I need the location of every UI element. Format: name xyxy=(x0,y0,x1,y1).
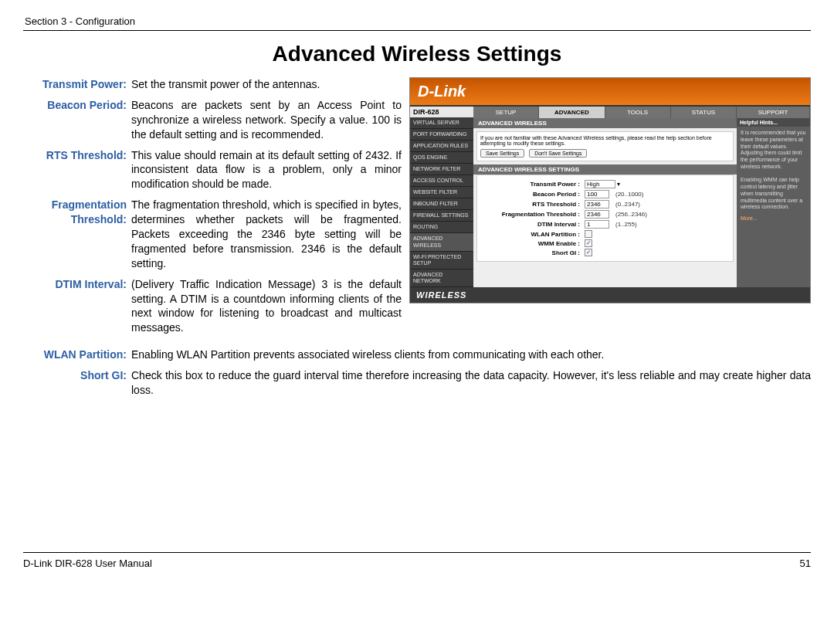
brand-logo: D-Link xyxy=(410,78,810,107)
def-text-wlan: Enabling WLAN Partition prevents associa… xyxy=(131,347,811,362)
beacon-input[interactable]: 100 xyxy=(585,190,609,198)
rts-label: RTS Threshold : xyxy=(480,201,585,208)
dtim-input[interactable]: 1 xyxy=(585,220,609,229)
def-text-rts: This value should remain at its default … xyxy=(131,148,402,192)
frag-label: Fragmentation Threshold : xyxy=(480,211,585,218)
wlan-checkbox[interactable] xyxy=(585,230,592,238)
def-label-transmit: Transmit Power: xyxy=(23,77,131,92)
hints-text-2: Enabling WMM can help control latency an… xyxy=(741,177,802,209)
def-label-rts: RTS Threshold: xyxy=(23,148,131,192)
wmm-checkbox[interactable]: ✓ xyxy=(585,239,592,247)
rts-range: (0..2347) xyxy=(615,201,640,208)
def-label-dtim: DTIM Interval: xyxy=(23,277,131,336)
tab-tools[interactable]: TOOLS xyxy=(605,107,671,118)
panel-note: If you are not familiar with these Advan… xyxy=(476,131,734,161)
tab-advanced[interactable]: ADVANCED xyxy=(539,107,605,118)
footer-left: D-Link DIR-628 User Manual xyxy=(23,558,152,569)
sidebar-item-active[interactable]: ADVANCED WIRELESS xyxy=(410,233,473,251)
def-label-wlan: WLAN Partition: xyxy=(23,347,131,362)
sidebar-item[interactable]: INBOUND FILTER xyxy=(410,198,473,210)
sidebar: DIR-628 VIRTUAL SERVER PORT FORWARDING A… xyxy=(410,107,473,287)
transmit-select[interactable]: High xyxy=(585,180,615,188)
tab-support[interactable]: SUPPORT xyxy=(737,107,810,118)
sidebar-item[interactable]: WI-FI PROTECTED SETUP xyxy=(410,252,473,269)
top-tabs: SETUP ADVANCED TOOLS STATUS xyxy=(473,107,737,118)
panel-heading: ADVANCED WIRELESS xyxy=(473,118,737,128)
page-number: 51 xyxy=(800,558,811,569)
def-text-frag: The fragmentation threshold, which is sp… xyxy=(131,198,402,270)
transmit-label: Transmit Power : xyxy=(480,181,585,188)
sidebar-item[interactable]: FIREWALL SETTINGS xyxy=(410,210,473,222)
frag-input[interactable]: 2346 xyxy=(585,210,609,219)
def-text-short: Check this box to reduce the guard inter… xyxy=(131,368,811,398)
hints-panel: SUPPORT Helpful Hints... It is recommend… xyxy=(737,107,810,287)
page-title: Advanced Wireless Settings xyxy=(23,42,811,66)
sidebar-item[interactable]: PORT FORWARDING xyxy=(410,129,473,141)
short-label: Short GI : xyxy=(480,249,585,256)
rts-input[interactable]: 2346 xyxy=(585,200,609,208)
sidebar-item[interactable]: APPLICATION RULES xyxy=(410,141,473,152)
form-heading: ADVANCED WIRELESS SETTINGS xyxy=(473,164,737,175)
wmm-label: WMM Enable : xyxy=(480,240,585,247)
beacon-range: (20..1000) xyxy=(615,191,643,198)
def-label-beacon: Beacon Period: xyxy=(23,98,131,142)
hints-header: Helpful Hints... xyxy=(737,118,810,127)
section-header: Section 3 - Configuration xyxy=(25,15,811,27)
hints-text-1: It is recommended that you leave these p… xyxy=(741,130,805,169)
more-link[interactable]: More... xyxy=(741,215,806,222)
beacon-label: Beacon Period : xyxy=(480,191,585,198)
shortgi-checkbox[interactable]: ✓ xyxy=(585,249,592,256)
frag-range: (256..2346) xyxy=(615,211,647,218)
def-label-frag: Fragmentation Threshold: xyxy=(23,198,131,270)
tab-setup[interactable]: SETUP xyxy=(473,107,539,118)
sidebar-item[interactable]: VIRTUAL SERVER xyxy=(410,117,473,129)
dtim-label: DTIM Interval : xyxy=(480,221,585,228)
dtim-range: (1..255) xyxy=(615,221,637,228)
tab-status[interactable]: STATUS xyxy=(671,107,737,118)
sidebar-item[interactable]: ROUTING xyxy=(410,222,473,233)
def-label-short: Short GI: xyxy=(23,368,131,398)
chevron-down-icon[interactable]: ▾ xyxy=(617,181,620,188)
model-label: DIR-628 xyxy=(410,107,473,117)
sidebar-item[interactable]: WEBSITE FILTER xyxy=(410,187,473,198)
def-text-beacon: Beacons are packets sent by an Access Po… xyxy=(131,98,402,142)
sidebar-item[interactable]: QOS ENGINE xyxy=(410,152,473,164)
definitions-column: Transmit Power:Set the transmit power of… xyxy=(23,77,402,341)
dont-save-button[interactable]: Don't Save Settings xyxy=(529,149,587,158)
def-text-transmit: Set the transmit power of the antennas. xyxy=(131,77,402,92)
save-button[interactable]: Save Settings xyxy=(480,149,524,158)
router-screenshot: D-Link DIR-628 VIRTUAL SERVER PORT FORWA… xyxy=(409,77,811,303)
settings-form: Transmit Power :High▾ Beacon Period :100… xyxy=(476,175,734,262)
sidebar-item[interactable]: ADVANCED NETWORK xyxy=(410,269,473,287)
sidebar-item[interactable]: NETWORK FILTER xyxy=(410,164,473,175)
def-text-dtim: (Delivery Traffic Indication Message) 3 … xyxy=(131,277,402,336)
sidebar-item[interactable]: ACCESS CONTROL xyxy=(410,175,473,187)
screenshot-footer: WIRELESS xyxy=(410,287,810,303)
note-text: If you are not familiar with these Advan… xyxy=(480,135,712,146)
wlan-label: WLAN Partition : xyxy=(480,231,585,238)
